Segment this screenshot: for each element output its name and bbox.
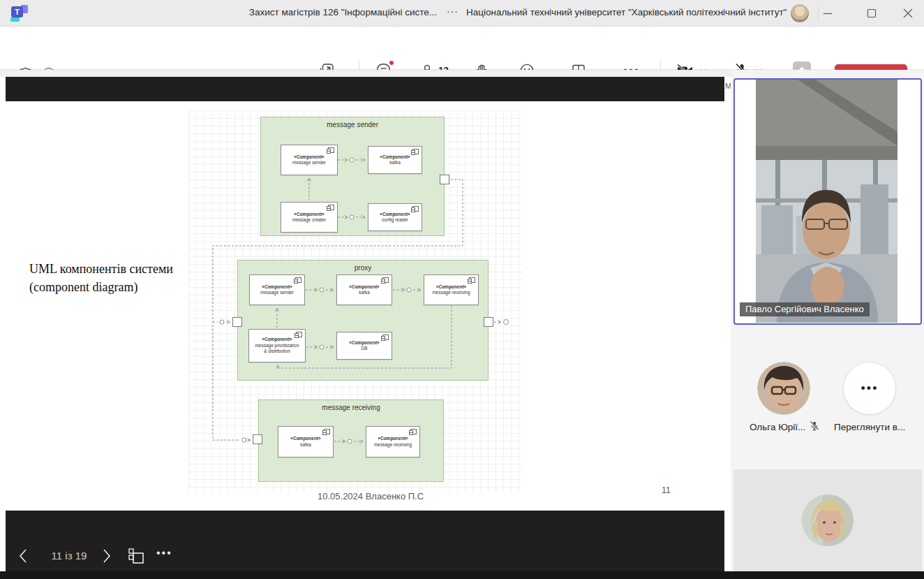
slide-title: UML компонентів системи (component diagr…	[29, 260, 173, 296]
uml-component: «Component» kafka	[368, 146, 422, 174]
participant-mic-off-icon	[808, 420, 821, 432]
uml-component: «Component» config reader	[368, 203, 422, 231]
component-icon	[410, 429, 417, 434]
uml-component: «Component» message creater	[281, 202, 338, 233]
chevron-left-icon	[17, 548, 29, 564]
component-icon	[295, 277, 301, 283]
uml-component: «Component» message sender	[281, 145, 338, 175]
uml-port	[253, 434, 262, 444]
slide-page-number: 11	[662, 485, 671, 495]
minimize-icon	[823, 8, 833, 18]
uml-port	[440, 175, 449, 184]
slide-footer: 10.05.2024 Власенко П.С	[318, 491, 424, 501]
maximize-button[interactable]	[856, 0, 888, 26]
uml-component: «Component» message sender	[249, 274, 305, 305]
uml-port	[484, 317, 493, 327]
active-speaker-video[interactable]: Павло Сергійович Власенко	[733, 78, 922, 325]
maximize-icon	[867, 8, 877, 18]
slide-page-indicator: 11 із 19	[40, 550, 98, 562]
component-icon	[324, 429, 330, 434]
uml-component: «Component» message receiving	[366, 426, 420, 457]
window-titlebar: T Захист магістрів 126 "Інформаційні сис…	[0, 0, 924, 27]
close-button[interactable]	[892, 0, 924, 26]
slide-overview-button[interactable]	[126, 545, 147, 567]
next-slide-button[interactable]	[96, 545, 117, 567]
uml-component: «Component» kafka	[336, 274, 392, 305]
uml-component: «Component» message receiving	[424, 274, 479, 305]
stage-margin	[0, 70, 731, 77]
more-participants-button[interactable]: •••	[843, 362, 896, 415]
view-more-label: Переглянути в...	[834, 422, 905, 432]
uml-component: «Component» kafka	[278, 426, 334, 457]
chevron-right-icon	[101, 548, 112, 564]
component-icon	[469, 277, 475, 283]
self-view-tile[interactable]	[733, 469, 922, 571]
user-avatar[interactable]	[791, 4, 809, 22]
component-icon	[296, 332, 302, 337]
previous-slide-button[interactable]	[13, 545, 33, 567]
component-icon	[382, 335, 389, 340]
uml-component: «Component» message prioritization & dis…	[248, 329, 306, 362]
window-bottom-strip	[0, 571, 924, 579]
meeting-tab-title[interactable]: Захист магістрів 126 "Інформаційні систе…	[181, 7, 437, 17]
presentation-more-button[interactable]: •••	[156, 547, 172, 559]
self-avatar	[802, 494, 854, 546]
teams-app-icon: T	[10, 5, 28, 22]
uml-port	[232, 317, 242, 327]
slide-letterbox-top	[6, 77, 724, 101]
meeting-org-title: Національний технічний університет "Харк…	[466, 7, 787, 17]
component-icon	[382, 277, 389, 283]
slide-grid-icon	[127, 547, 145, 565]
speaker-name-label: Павло Сергійович Власенко	[740, 302, 870, 316]
video-feed	[756, 80, 897, 323]
participant-name-label: Ольга Юрії...	[750, 422, 805, 432]
chat-unread-badge	[389, 60, 394, 66]
component-icon	[328, 147, 334, 153]
participant-avatar[interactable]	[757, 362, 810, 415]
meeting-toolbar: 01:23:28 Відкріпити Чат	[0, 27, 924, 70]
component-icon	[412, 149, 419, 154]
minimize-button[interactable]	[812, 0, 844, 26]
close-icon	[903, 8, 913, 18]
component-icon	[328, 205, 334, 210]
ellipsis-icon: •••	[861, 381, 879, 396]
tab-overflow-menu[interactable]: ···	[444, 4, 461, 18]
uml-component: «Component» DB	[336, 332, 392, 360]
component-icon	[412, 206, 419, 212]
